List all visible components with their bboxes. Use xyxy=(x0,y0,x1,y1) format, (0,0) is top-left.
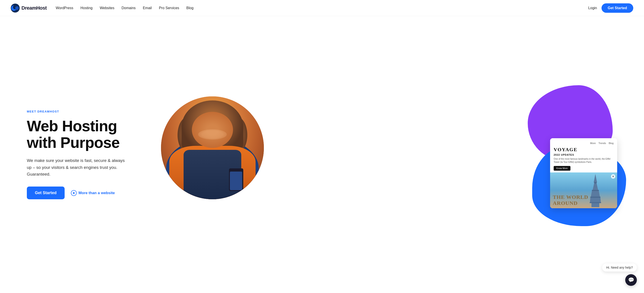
get-started-nav-button[interactable]: Get Started xyxy=(602,3,633,13)
hero-right: More Trends Blog VOYAGE 2022 UPDATES One… xyxy=(143,92,626,217)
svg-rect-7 xyxy=(592,190,599,191)
play-icon xyxy=(71,190,77,196)
hero-title-line2: with Purpose xyxy=(27,134,120,151)
voyage-card-nav: More Trends Blog xyxy=(554,142,614,144)
voyage-nav-blog: Blog xyxy=(609,142,614,144)
svg-rect-9 xyxy=(590,196,600,198)
hero-description: We make sure your website is fast, secur… xyxy=(27,157,130,178)
svg-marker-8 xyxy=(591,191,600,197)
voyage-card-image: THE WORLD AROUND × xyxy=(550,172,617,208)
nav-links: WordPress Hosting Websites Domains Email… xyxy=(56,6,588,10)
world-text-line1: THE WORLD xyxy=(553,194,588,200)
hero-title-line1: Web Hosting xyxy=(27,118,117,134)
chat-icon: 💬 xyxy=(628,277,634,283)
nav-right: Login Get Started xyxy=(588,3,633,13)
voyage-nav-trends: Trends xyxy=(598,142,606,144)
nav-item-email[interactable]: Email xyxy=(143,6,152,10)
nav-item-blog[interactable]: Blog xyxy=(186,6,194,10)
nav-item-hosting[interactable]: Hosting xyxy=(80,6,92,10)
world-text-line2: AROUND xyxy=(553,200,588,206)
nav-item-websites[interactable]: Websites xyxy=(100,6,114,10)
voyage-description: One of the most famous landmarks in the … xyxy=(554,158,614,164)
login-button[interactable]: Login xyxy=(588,6,597,10)
voyage-nav-more: More xyxy=(590,142,596,144)
nav-item-pro-services[interactable]: Pro Services xyxy=(159,6,179,10)
chat-widget: Hi. Need any help? 💬 xyxy=(602,264,637,286)
nav-item-domains[interactable]: Domains xyxy=(122,6,136,10)
voyage-card-header: More Trends Blog VOYAGE 2022 UPDATES One… xyxy=(550,138,617,172)
svg-rect-11 xyxy=(590,202,601,203)
voyage-brand: VOYAGE xyxy=(554,147,614,152)
hero-cta: Get Started More than a website xyxy=(27,186,143,199)
navbar: DreamHost WordPress Hosting Websites Dom… xyxy=(0,0,644,16)
chat-open-button[interactable]: 💬 xyxy=(625,274,637,286)
svg-marker-4 xyxy=(594,174,597,182)
svg-rect-12 xyxy=(592,203,599,207)
logo-link[interactable]: DreamHost xyxy=(11,4,47,12)
brand-name: DreamHost xyxy=(22,5,47,11)
voyage-card: More Trends Blog VOYAGE 2022 UPDATES One… xyxy=(550,138,617,208)
svg-rect-5 xyxy=(594,182,596,184)
hero-section: MEET DREAMHOST Web Hosting with Purpose … xyxy=(0,16,644,293)
dreamhost-logo-icon xyxy=(11,4,20,12)
nav-item-wordpress[interactable]: WordPress xyxy=(56,6,73,10)
voyage-know-more-button[interactable]: Know More xyxy=(554,166,570,171)
person-image xyxy=(161,96,264,199)
world-around-text: THE WORLD AROUND xyxy=(553,194,588,206)
hero-eyebrow: MEET DREAMHOST xyxy=(27,110,143,113)
voyage-close-button[interactable]: × xyxy=(611,174,616,179)
get-started-hero-button[interactable]: Get Started xyxy=(27,186,64,199)
hero-left: MEET DREAMHOST Web Hosting with Purpose … xyxy=(27,110,143,200)
svg-point-3 xyxy=(15,6,19,10)
more-link-label: More than a website xyxy=(78,191,115,195)
svg-marker-10 xyxy=(590,198,601,203)
hero-image-circle xyxy=(161,96,264,199)
eiffel-tower-icon xyxy=(589,174,602,207)
hero-title: Web Hosting with Purpose xyxy=(27,118,143,151)
more-than-website-link[interactable]: More than a website xyxy=(71,190,115,196)
voyage-subtitle: 2022 UPDATES xyxy=(554,154,614,156)
svg-marker-6 xyxy=(592,184,598,190)
chat-bubble: Hi. Need any help? xyxy=(602,264,637,272)
